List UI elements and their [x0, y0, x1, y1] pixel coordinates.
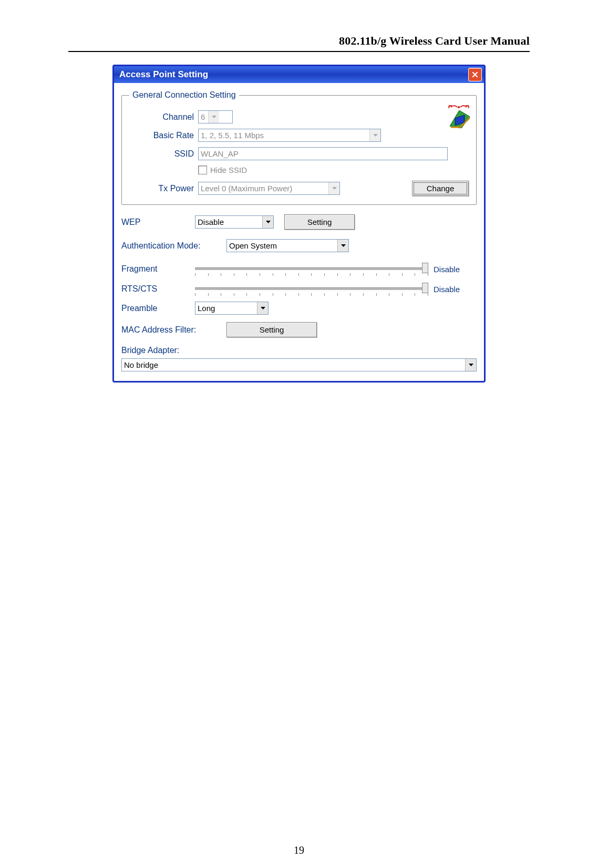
ssid-input[interactable]: WLAN_AP	[198, 147, 448, 160]
close-button[interactable]	[468, 68, 482, 81]
auth-mode-label: Authentication Mode:	[121, 241, 226, 251]
channel-label: Channel	[129, 112, 198, 122]
change-button[interactable]: Change	[412, 181, 469, 196]
mac-filter-setting-button[interactable]: Setting	[226, 322, 317, 337]
chevron-down-icon	[208, 111, 219, 123]
auth-mode-select[interactable]: Open System	[226, 239, 349, 252]
wep-label: WEP	[121, 218, 195, 227]
access-point-icon	[447, 105, 471, 130]
wep-select[interactable]: Disable	[195, 215, 274, 229]
checkbox-box	[198, 166, 207, 174]
tx-power-label: Tx Power	[129, 184, 198, 193]
close-icon	[472, 71, 478, 78]
header-rule	[68, 51, 530, 52]
chevron-down-icon	[328, 182, 339, 194]
bridge-adapter-value: No bridge	[122, 360, 465, 369]
mac-filter-label: MAC Address Filter:	[121, 325, 226, 335]
ssid-value: WLAN_AP	[201, 149, 239, 158]
chevron-down-icon	[257, 302, 268, 314]
wep-value: Disable	[195, 218, 262, 226]
page-number: 19	[0, 844, 598, 856]
access-point-setting-dialog: Access Point Setting General Connection …	[112, 65, 486, 383]
fragment-value: Disable	[428, 265, 477, 274]
slider-thumb[interactable]	[422, 263, 428, 273]
chevron-down-icon	[369, 129, 380, 141]
fragment-label: Fragment	[121, 264, 195, 274]
rtscts-label: RTS/CTS	[121, 284, 195, 294]
ssid-label: SSID	[129, 149, 198, 159]
basic-rate-value: 1, 2, 5.5, 11 Mbps	[199, 131, 369, 140]
hide-ssid-checkbox[interactable]: Hide SSID	[198, 166, 247, 174]
general-legend: General Connection Setting	[129, 90, 239, 100]
slider-thumb[interactable]	[422, 283, 428, 293]
channel-value: 6	[199, 112, 208, 121]
auth-mode-value: Open System	[227, 241, 337, 250]
chevron-down-icon	[262, 216, 273, 228]
chevron-down-icon	[337, 240, 348, 252]
preamble-value: Long	[195, 304, 257, 313]
fragment-slider[interactable]	[195, 262, 428, 276]
titlebar: Access Point Setting	[114, 66, 484, 83]
basic-rate-select[interactable]: 1, 2, 5.5, 11 Mbps	[198, 129, 381, 142]
svg-point-0	[458, 106, 460, 109]
bridge-adapter-label: Bridge Adapter:	[121, 346, 179, 355]
basic-rate-label: Basic Rate	[129, 131, 198, 140]
rtscts-slider[interactable]	[195, 282, 428, 296]
rtscts-value: Disable	[428, 285, 477, 294]
general-connection-fieldset: General Connection Setting Channel 6	[121, 90, 477, 205]
chevron-down-icon	[465, 359, 476, 371]
preamble-label: Preamble	[121, 304, 195, 313]
tx-power-select[interactable]: Level 0 (Maximum Power)	[198, 182, 340, 195]
hide-ssid-label: Hide SSID	[210, 166, 247, 174]
bridge-adapter-select[interactable]: No bridge	[121, 358, 477, 371]
dialog-title: Access Point Setting	[119, 69, 468, 80]
page-header: 802.11b/g Wireless Card User Manual	[68, 34, 530, 48]
wep-setting-button[interactable]: Setting	[284, 214, 355, 230]
channel-select[interactable]: 6	[198, 110, 233, 123]
tx-power-value: Level 0 (Maximum Power)	[199, 184, 328, 193]
preamble-select[interactable]: Long	[195, 302, 269, 315]
